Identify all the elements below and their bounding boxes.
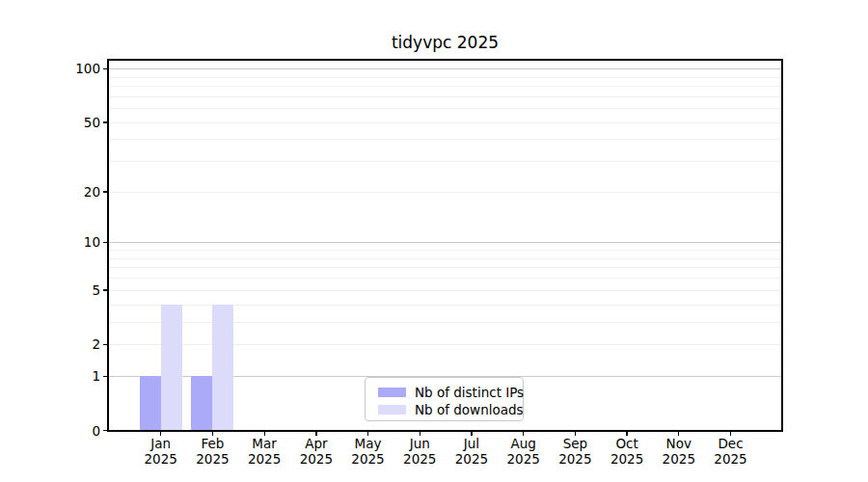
x-tick-label: Dec2025 xyxy=(700,436,762,467)
y-tick xyxy=(103,121,109,122)
y-tick-label: 2 xyxy=(39,335,100,353)
y-gridline-minor xyxy=(108,86,782,87)
legend: Nb of distinct IPsNb of downloads xyxy=(365,377,524,421)
legend-item: Nb of downloads xyxy=(378,402,523,417)
y-gridline-minor xyxy=(108,122,782,123)
y-tick xyxy=(103,242,109,243)
y-gridline-minor xyxy=(108,258,782,259)
figure: tidyvpc 2025 Nb of distinct IPsNb of dow… xyxy=(0,0,868,482)
chart-title: tidyvpc 2025 xyxy=(108,33,782,52)
y-tick-label: 20 xyxy=(39,183,100,201)
y-tick xyxy=(103,289,109,290)
plot-border-top xyxy=(107,59,783,61)
y-gridline-minor xyxy=(108,192,782,193)
y-tick-label: 10 xyxy=(39,233,100,251)
y-tick xyxy=(103,344,109,345)
y-tick xyxy=(103,376,109,377)
y-gridline-minor xyxy=(108,267,782,268)
bar-distinct-ips xyxy=(140,376,161,430)
y-gridline-minor xyxy=(108,77,782,78)
legend-swatch xyxy=(378,388,406,398)
y-tick-label: 100 xyxy=(39,60,100,77)
y-tick xyxy=(103,191,109,192)
y-gridline-minor xyxy=(108,161,782,162)
x-axis-line xyxy=(107,430,783,432)
y-tick-label: 1 xyxy=(39,367,100,385)
y-gridline-major xyxy=(108,242,782,243)
y-gridline-minor xyxy=(108,290,782,291)
y-gridline-minor xyxy=(108,305,782,306)
legend-item: Nb of distinct IPs xyxy=(378,385,523,400)
y-gridline-major xyxy=(108,68,782,69)
bar-downloads xyxy=(212,305,233,431)
legend-label: Nb of distinct IPs xyxy=(415,385,524,400)
y-gridline-minor xyxy=(108,250,782,251)
x-tick-month: Dec xyxy=(700,436,762,451)
bar-downloads xyxy=(161,305,182,431)
y-gridline-minor xyxy=(108,96,782,97)
x-tick-year: 2025 xyxy=(700,451,762,467)
legend-label: Nb of downloads xyxy=(415,402,524,417)
plot-area xyxy=(108,60,782,431)
y-tick xyxy=(103,68,109,69)
legend-swatch xyxy=(378,405,406,415)
plot-border-right xyxy=(781,59,783,432)
y-gridline-minor xyxy=(108,278,782,279)
y-tick-label: 0 xyxy=(39,422,100,440)
y-tick xyxy=(103,430,109,431)
y-tick-label: 5 xyxy=(39,281,100,299)
y-tick-label: 50 xyxy=(39,114,100,131)
y-gridline-minor xyxy=(108,139,782,140)
y-gridline-minor xyxy=(108,108,782,109)
bar-distinct-ips xyxy=(191,376,212,430)
y-gridline-minor xyxy=(108,322,782,323)
y-gridline-minor xyxy=(108,344,782,345)
